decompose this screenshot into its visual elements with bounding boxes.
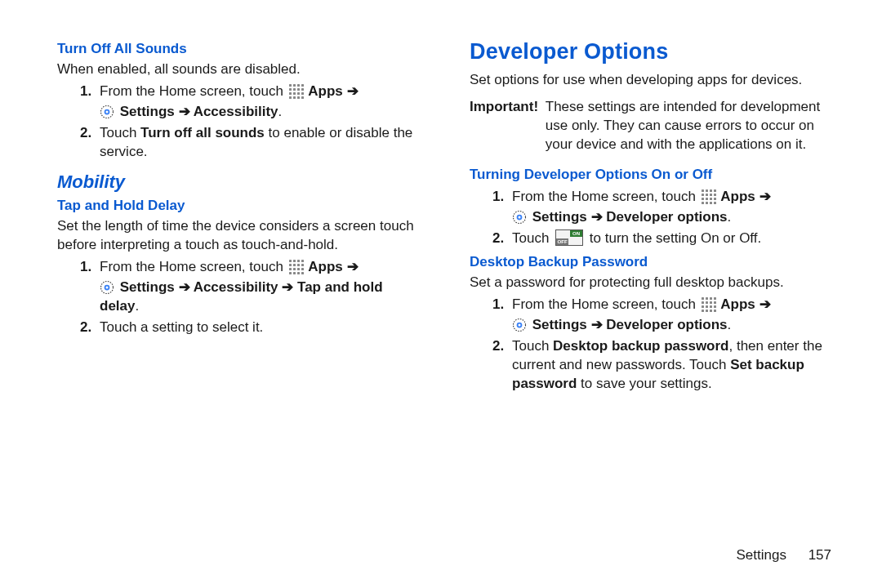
- settings-gear-icon: [100, 105, 114, 119]
- settings-gear-icon: [512, 318, 527, 332]
- apps-grid-icon: [701, 189, 715, 203]
- steps-list: 1. From the Home screen, touch Apps ➔ Se…: [470, 188, 837, 248]
- step-text: Touch ONOFF to turn the setting On or Of…: [512, 229, 837, 248]
- settings-gear-icon: [100, 280, 114, 295]
- heading-desktop-backup-password: Desktop Backup Password: [470, 253, 837, 272]
- step-item: 2. Touch a setting to select it.: [80, 318, 425, 337]
- step-number: 2.: [492, 229, 512, 248]
- svg-point-8: [519, 216, 521, 219]
- footer-section: Settings: [736, 547, 786, 563]
- steps-list: 1. From the Home screen, touch Apps ➔ Se…: [57, 258, 425, 337]
- step-text: Touch Desktop backup password, then ente…: [512, 337, 837, 394]
- apps-grid-icon: [701, 296, 715, 311]
- step-text: Touch a setting to select it.: [100, 318, 425, 337]
- svg-point-5: [106, 287, 109, 289]
- step-number: 1.: [492, 296, 512, 335]
- apps-grid-icon: [288, 83, 303, 98]
- step-item: 1. From the Home screen, touch Apps ➔ Se…: [80, 258, 425, 316]
- intro-text: Set a password for protecting full deskt…: [470, 274, 837, 292]
- on-off-toggle-icon: ONOFF: [555, 229, 583, 246]
- heading-developer-options: Developer Options: [470, 37, 837, 66]
- step-item: 1. From the Home screen, touch Apps ➔ Se…: [492, 296, 837, 335]
- intro-text: Set options for use when developing apps…: [470, 71, 837, 90]
- step-number: 1.: [80, 82, 100, 122]
- page-columns: Turn Off All Sounds When enabled, all so…: [0, 0, 882, 415]
- heading-tap-and-hold-delay: Tap and Hold Delay: [57, 197, 425, 216]
- right-column: Developer Options Set options for use wh…: [470, 37, 837, 399]
- step-item: 1. From the Home screen, touch Apps ➔ Se…: [80, 82, 425, 122]
- important-body: These settings are intended for developm…: [546, 98, 837, 154]
- page-footer: Settings 157: [736, 546, 831, 565]
- intro-text: When enabled, all sounds are disabled.: [57, 60, 425, 79]
- step-item: 2. Touch Turn off all sounds to enable o…: [80, 124, 425, 162]
- step-item: 2. Touch Desktop backup password, then e…: [492, 337, 837, 394]
- svg-point-11: [519, 323, 521, 326]
- step-text: From the Home screen, touch Apps ➔ Setti…: [512, 296, 837, 335]
- step-number: 2.: [492, 337, 512, 394]
- important-note: Important! These settings are intended f…: [470, 98, 837, 154]
- step-text: From the Home screen, touch Apps ➔ Setti…: [512, 188, 837, 227]
- step-number: 1.: [492, 188, 512, 227]
- heading-turn-off-all-sounds: Turn Off All Sounds: [57, 40, 425, 59]
- left-column: Turn Off All Sounds When enabled, all so…: [57, 37, 425, 399]
- svg-point-2: [106, 110, 109, 113]
- step-text: Touch Turn off all sounds to enable or d…: [100, 124, 425, 162]
- heading-mobility: Mobility: [57, 170, 425, 194]
- steps-list: 1. From the Home screen, touch Apps ➔ Se…: [470, 296, 837, 394]
- step-number: 2.: [80, 124, 100, 162]
- footer-page-number: 157: [808, 547, 831, 563]
- apps-grid-icon: [288, 259, 303, 274]
- steps-list: 1. From the Home screen, touch Apps ➔ Se…: [57, 82, 425, 162]
- step-number: 1.: [80, 258, 100, 316]
- step-text: From the Home screen, touch Apps ➔ Setti…: [100, 82, 425, 122]
- intro-text: Set the length of time the device consid…: [57, 217, 425, 255]
- step-number: 2.: [80, 318, 100, 337]
- settings-gear-icon: [512, 210, 527, 225]
- heading-turning-dev-options: Turning Developer Options On or Off: [470, 166, 837, 185]
- step-item: 2. Touch ONOFF to turn the setting On or…: [492, 229, 837, 248]
- step-text: From the Home screen, touch Apps ➔ Setti…: [100, 258, 425, 316]
- step-item: 1. From the Home screen, touch Apps ➔ Se…: [492, 188, 837, 227]
- important-label: Important!: [470, 98, 546, 154]
